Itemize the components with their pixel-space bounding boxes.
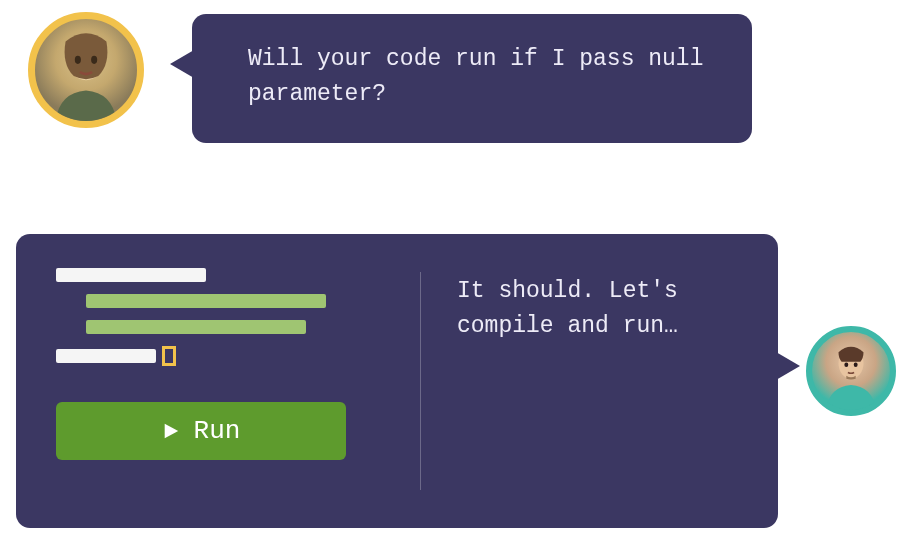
run-button[interactable]: Run <box>56 402 346 460</box>
play-icon <box>162 422 180 440</box>
person-icon <box>812 332 890 410</box>
question-bubble: Will your code run if I pass null parame… <box>192 14 752 143</box>
interviewer-avatar <box>28 12 144 128</box>
question-text: Will your code run if I pass null parame… <box>248 46 703 107</box>
code-line <box>86 294 326 308</box>
svg-point-5 <box>844 362 848 367</box>
reply-bubble: Run It should. Let's compile and run… <box>16 234 778 528</box>
svg-point-6 <box>854 362 858 367</box>
svg-point-2 <box>91 56 97 64</box>
person-icon <box>35 19 137 121</box>
reply-text: It should. Let's compile and run… <box>457 278 678 339</box>
code-line <box>56 349 156 363</box>
candidate-avatar <box>806 326 896 416</box>
reply-text-pane: It should. Let's compile and run… <box>457 268 744 494</box>
svg-point-1 <box>75 56 81 64</box>
svg-marker-3 <box>164 424 178 438</box>
cursor-icon <box>162 346 176 366</box>
divider <box>420 272 421 490</box>
code-editor: Run <box>56 268 396 494</box>
code-line-with-cursor <box>56 346 396 366</box>
run-button-label: Run <box>194 416 241 446</box>
code-line <box>86 320 306 334</box>
code-line <box>56 268 206 282</box>
